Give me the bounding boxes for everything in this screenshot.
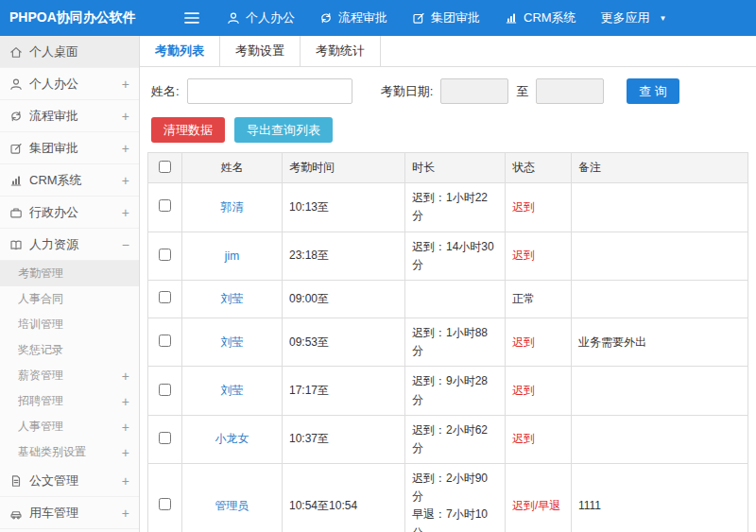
status-cell: 迟到/早退 xyxy=(506,464,572,532)
status-cell: 迟到 xyxy=(506,183,572,232)
topnav-personal-office[interactable]: 个人办公 xyxy=(227,9,295,26)
edit-icon xyxy=(9,142,29,155)
sidebar-item-salary[interactable]: 薪资管理+ xyxy=(0,363,139,388)
expand-plus-icon[interactable]: + xyxy=(122,205,129,220)
employee-name-cell: 郭清 xyxy=(182,183,283,232)
clean-data-button[interactable]: 清理数据 xyxy=(151,117,225,143)
sidebar-item-workflow-approval[interactable]: 流程审批+ xyxy=(0,100,139,132)
row-checkbox-cell xyxy=(148,464,182,532)
collapse-minus-icon[interactable]: − xyxy=(122,237,129,252)
sidebar-item-label: 公文管理 xyxy=(29,472,122,489)
sidebar-item-hr-contract[interactable]: 人事合同 xyxy=(0,286,139,312)
employee-name-link[interactable]: 刘莹 xyxy=(221,335,244,349)
employee-name-cell: 刘莹 xyxy=(182,317,283,366)
note-cell: 业务需要外出 xyxy=(572,317,748,366)
expand-plus-icon[interactable]: + xyxy=(122,173,129,188)
row-checkbox[interactable] xyxy=(159,432,171,444)
select-all-cell xyxy=(148,153,182,183)
tab-attendance-list[interactable]: 考勤列表 xyxy=(140,36,220,66)
expand-plus-icon[interactable]: + xyxy=(122,420,129,435)
sidebar-item-label: 用车管理 xyxy=(29,505,122,522)
sidebar-item-rewards[interactable]: 奖惩记录 xyxy=(0,337,139,363)
tab-bar: 考勤列表考勤设置考勤统计 xyxy=(140,36,756,67)
app-logo: PHPOA协同办公软件 xyxy=(0,9,140,26)
expand-plus-icon[interactable]: + xyxy=(122,77,129,92)
note-cell: 1111 xyxy=(572,464,748,532)
duration-cell: 迟到：2小时90分 早退：7小时10分 xyxy=(405,464,506,532)
sidebar-item-desktop[interactable]: 个人桌面 xyxy=(0,36,139,68)
column-header: 状态 xyxy=(506,153,572,183)
topnav-crm-system[interactable]: CRM系统 xyxy=(505,9,576,26)
date-to-label: 至 xyxy=(516,83,528,100)
row-checkbox[interactable] xyxy=(159,384,171,396)
sidebar-item-base-category[interactable]: 基础类别设置+ xyxy=(0,439,139,465)
table-header-row: 姓名考勤时间时长状态备注 xyxy=(148,153,748,183)
employee-name-cell: 管理员 xyxy=(182,464,283,532)
app-body: 个人桌面个人办公+流程审批+集团审批+CRM系统+行政办公+人力资源−考勤管理人… xyxy=(0,36,756,532)
sidebar-item-label: 人事管理 xyxy=(18,419,122,435)
sidebar-item-crm-system[interactable]: CRM系统+ xyxy=(0,164,139,197)
expand-plus-icon[interactable]: + xyxy=(122,473,129,489)
sidebar-item-training[interactable]: 培训管理 xyxy=(0,312,139,337)
chevron-down-icon: ▼ xyxy=(660,14,667,23)
duration-cell: 迟到：9小时28分 xyxy=(405,367,506,415)
date-end-input[interactable] xyxy=(536,78,604,104)
sidebar-item-hr[interactable]: 人力资源− xyxy=(0,229,139,261)
workflow-icon xyxy=(319,11,333,25)
table-row: 刘莹17:17至迟到：9小时28分迟到 xyxy=(148,367,748,415)
expand-plus-icon[interactable]: + xyxy=(122,394,129,409)
select-all-checkbox[interactable] xyxy=(159,161,171,173)
sidebar-item-group-approval[interactable]: 集团审批+ xyxy=(0,132,139,164)
row-checkbox[interactable] xyxy=(159,335,171,347)
file-icon xyxy=(9,474,29,488)
employee-name-link[interactable]: 小龙女 xyxy=(215,432,249,445)
sidebar-item-label: 基础类别设置 xyxy=(18,444,122,460)
date-start-input[interactable] xyxy=(440,78,508,104)
sidebar-item-personnel[interactable]: 人事管理+ xyxy=(0,414,139,439)
column-header: 时长 xyxy=(405,153,506,183)
table-row: 刘莹09:53至迟到：1小时88分迟到业务需要外出 xyxy=(148,317,748,366)
employee-name-link[interactable]: 刘莹 xyxy=(221,384,244,397)
expand-plus-icon[interactable]: + xyxy=(122,141,129,156)
employee-name-link[interactable]: jim xyxy=(225,249,239,263)
expand-plus-icon[interactable]: + xyxy=(122,445,129,460)
sidebar-item-attendance[interactable]: 考勤管理 xyxy=(0,261,139,286)
sidebar-item-personal-office[interactable]: 个人办公+ xyxy=(0,68,139,100)
workflow-icon xyxy=(9,110,29,123)
sidebar-item-admin-office[interactable]: 行政办公+ xyxy=(0,197,139,229)
export-list-button[interactable]: 导出查询列表 xyxy=(234,117,333,143)
hamburger-menu-icon[interactable] xyxy=(183,11,200,25)
search-button[interactable]: 查 询 xyxy=(627,78,679,104)
employee-name-link[interactable]: 刘莹 xyxy=(221,292,244,305)
main-content: 考勤列表考勤设置考勤统计 姓名: 考勤日期: 至 查 询 清理数据 导出查询列表… xyxy=(140,36,756,532)
row-checkbox[interactable] xyxy=(159,498,171,510)
row-checkbox[interactable] xyxy=(159,291,171,303)
sidebar-item-label: 行政办公 xyxy=(29,204,122,221)
row-checkbox-cell xyxy=(148,280,182,317)
tab-attendance-stats[interactable]: 考勤统计 xyxy=(301,36,381,66)
attendance-time-cell: 17:17至 xyxy=(283,367,405,415)
note-cell xyxy=(572,367,748,415)
topnav-workflow-approval[interactable]: 流程审批 xyxy=(319,9,387,26)
attendance-time-cell: 10:37至 xyxy=(283,415,405,463)
expand-plus-icon[interactable]: + xyxy=(122,369,129,384)
tab-attendance-settings[interactable]: 考勤设置 xyxy=(220,36,301,66)
row-checkbox[interactable] xyxy=(159,249,171,261)
topnav-group-approval[interactable]: 集团审批 xyxy=(412,9,480,26)
attendance-time-cell: 09:00至 xyxy=(283,280,405,317)
column-header: 姓名 xyxy=(182,153,283,183)
name-filter-input[interactable] xyxy=(187,78,352,104)
sidebar-item-vehicle[interactable]: 用车管理+ xyxy=(0,497,139,529)
employee-name-link[interactable]: 管理员 xyxy=(215,499,249,512)
sidebar-item-recruitment[interactable]: 招聘管理+ xyxy=(0,388,139,414)
topnav-more-apps[interactable]: 更多应用▼ xyxy=(601,9,667,26)
sidebar-item-doc-management[interactable]: 公文管理+ xyxy=(0,465,139,497)
sidebar-item-label: 薪资管理 xyxy=(18,368,122,384)
expand-plus-icon[interactable]: + xyxy=(122,109,129,124)
employee-name-link[interactable]: 郭清 xyxy=(221,200,244,214)
column-header: 备注 xyxy=(572,153,748,183)
status-cell: 迟到 xyxy=(506,232,572,280)
expand-plus-icon[interactable]: + xyxy=(122,506,129,521)
row-checkbox[interactable] xyxy=(159,199,171,212)
topnav-label: 个人办公 xyxy=(246,9,295,26)
